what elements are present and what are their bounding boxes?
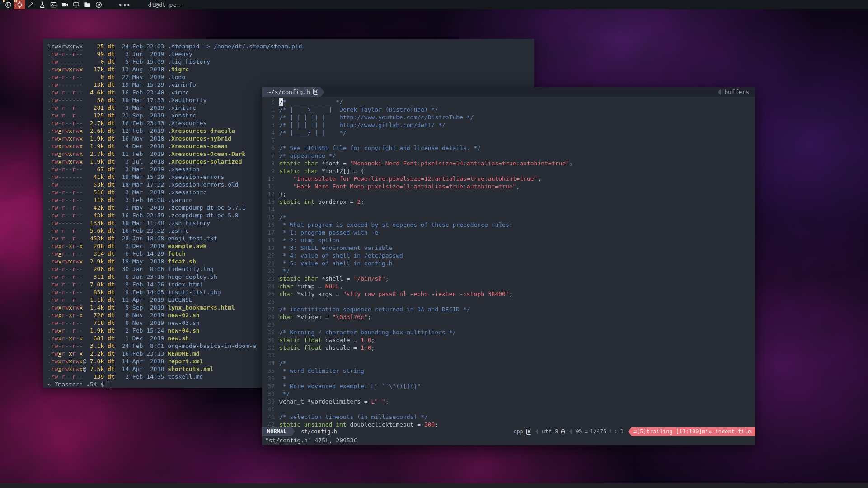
- code-line: 18 * 2: utmp option: [262, 236, 755, 244]
- header-file-icon: H: [526, 429, 531, 435]
- line-number: 17: [262, 229, 275, 236]
- terminal-cursor: [108, 381, 111, 387]
- image-viewer-icon[interactable]: [48, 0, 59, 9]
- line-number: 3: [262, 121, 275, 129]
- line-number: 31: [262, 336, 275, 344]
- notification-badge: [14, 0, 17, 2]
- system-tray: [3, 0, 104, 9]
- code-line: 26: [262, 298, 755, 305]
- line-number: 9: [262, 167, 275, 175]
- code-line: 4/* |____/ |_| */: [262, 129, 755, 136]
- eyedropper-icon[interactable]: [25, 0, 37, 9]
- line-number: 6: [262, 144, 275, 152]
- line-number: 15: [262, 213, 275, 221]
- dwm-fish-logo: ><>: [119, 1, 131, 8]
- encoding-indicator: utf-8: [542, 428, 558, 436]
- line-number: 5: [262, 136, 275, 144]
- code-line: 7/* appearance */: [262, 152, 755, 160]
- buffers-button[interactable]: buffers: [724, 88, 749, 96]
- crosshair-icon[interactable]: [14, 0, 25, 9]
- statusline-filename: st/config.h: [295, 428, 343, 436]
- line-number: 12: [262, 190, 275, 198]
- line-number: 24: [262, 282, 275, 290]
- line-number: 37: [262, 382, 275, 390]
- line-number: 8: [262, 160, 275, 167]
- code-line: 38 */: [262, 390, 755, 398]
- bottom-bar: [0, 483, 868, 488]
- line-number: 7: [262, 152, 275, 160]
- file-row: .rw------- 0 dt 5 Feb 15:09 .tig_history: [47, 58, 534, 66]
- code-line: 20 * 4: value of shell in /etc/passwd: [262, 252, 755, 259]
- code-line: 15/*: [262, 213, 755, 221]
- editor-window[interactable]: ~/s/config.h H buffers 0/* ____ _____ */…: [262, 87, 755, 445]
- line-number: 35: [262, 367, 275, 375]
- code-line: 21 * 5: value of shell in config.h: [262, 259, 755, 267]
- line-number: 0: [262, 98, 275, 106]
- code-line: 32static float chscale = 1.0;: [262, 344, 755, 352]
- menu-icon: ≡: [585, 428, 588, 436]
- code-line: 40: [262, 405, 755, 413]
- code-line: 13static int borderpx = 2;: [262, 198, 755, 206]
- top-bar: ><> dt@dt-pc:~: [0, 0, 868, 9]
- code-line: 1/* | _ \_ _| Derek Taylor (DistroTube) …: [262, 106, 755, 113]
- camera-icon[interactable]: [59, 0, 70, 9]
- statusline: NORMAL st/config.h cpp H utf-8 0% ≡ 1/47…: [262, 427, 755, 436]
- code-line: 39wchar_t *worddelimiters = L" ";: [262, 398, 755, 405]
- code-line: 24char *utmp = NULL;: [262, 282, 755, 290]
- tab-file-path: ~/s/config.h: [267, 88, 310, 96]
- code-area[interactable]: 0/* ____ _____ */1/* | _ \_ _| Derek Tay…: [262, 97, 755, 427]
- line-position: 1/475: [590, 428, 606, 436]
- line-number: 21: [262, 259, 275, 267]
- menu-icon: ≡: [633, 428, 637, 436]
- file-row: lrwxrwxrwx 25 dt 24 Feb 22:03 .steampid …: [47, 42, 534, 50]
- code-line: 37 * More advanced example: L" `'\"()[]{…: [262, 382, 755, 390]
- line-number: 2: [262, 113, 275, 121]
- desktop: ><> dt@dt-pc:~ lrwxrwxrwx 25 dt 24 Feb 2…: [0, 0, 868, 488]
- tab-config-h[interactable]: ~/s/config.h H: [262, 87, 321, 97]
- line-number: 33: [262, 352, 275, 359]
- code-line: 17 * 1: program passed with -e: [262, 229, 755, 236]
- code-line: 30/* Kerning / character bounding-box mu…: [262, 328, 755, 336]
- lint-warnings: ≡[5]trailing [11:100]mix-indent-file: [632, 427, 755, 436]
- code-line: 10 "Inconsolata for Powerline:pixelsize=…: [262, 175, 755, 183]
- line-number: 26: [262, 298, 275, 305]
- code-line: 5: [262, 136, 755, 144]
- line-number: 1: [262, 106, 275, 113]
- code-line: 22 */: [262, 267, 755, 275]
- code-line: 41/* selection timeouts (in milliseconds…: [262, 413, 755, 421]
- line-number: 32: [262, 344, 275, 352]
- display-icon[interactable]: [70, 0, 82, 9]
- line-number: 25: [262, 290, 275, 298]
- line-number: 36: [262, 375, 275, 382]
- code-line: 33: [262, 352, 755, 359]
- line-number: 39: [262, 398, 275, 405]
- globe-icon[interactable]: [3, 0, 14, 9]
- code-line: 12};: [262, 190, 755, 198]
- chevron-left-icon: [718, 89, 721, 95]
- focused-window-title: dt@dt-pc:~: [148, 1, 183, 8]
- code-line: 31static float cwscale = 1.0;: [262, 336, 755, 344]
- line-number: 42: [262, 421, 275, 427]
- line-number: 29: [262, 321, 275, 328]
- code-line: 36 *: [262, 375, 755, 382]
- line-number: 13: [262, 198, 275, 206]
- column-number: 1: [620, 428, 624, 436]
- file-manager-icon[interactable]: [82, 0, 93, 9]
- code-line: 28char *vtiden = "\033[?6c";: [262, 313, 755, 321]
- send-icon[interactable]: [93, 0, 104, 9]
- line-number: 14: [262, 206, 275, 213]
- code-line: 0/* ____ _____ */: [262, 98, 755, 106]
- filetype-indicator: cpp: [513, 428, 523, 436]
- line-number-icon: ℓ: [609, 428, 612, 436]
- code-line: 27/* identification sequence returned in…: [262, 305, 755, 313]
- tabline: ~/s/config.h H buffers: [262, 87, 755, 97]
- header-file-icon: H: [313, 89, 318, 95]
- flask-icon[interactable]: [37, 0, 48, 9]
- line-number: 18: [262, 236, 275, 244]
- code-line: 9static char *font2[] = {: [262, 167, 755, 175]
- powerline-arrow-icon: [628, 427, 632, 436]
- code-line: 25char *stty_args = "stty raw pass8 nl -…: [262, 290, 755, 298]
- mode-indicator: NORMAL: [262, 427, 291, 436]
- powerline-arrow-icon: [321, 88, 324, 97]
- line-number: 23: [262, 275, 275, 282]
